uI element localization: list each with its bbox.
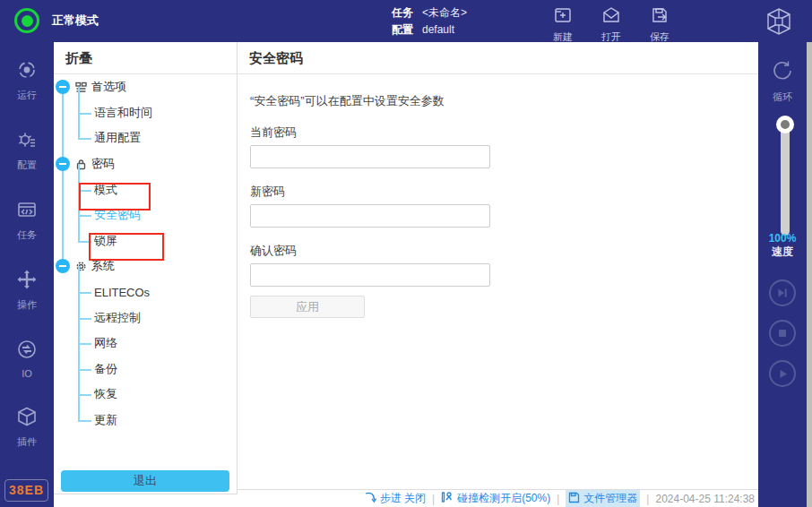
preferences-icon [75,82,87,93]
sidebar-item-plugin[interactable]: 插件 [15,405,39,449]
sidebar-item-label: 运行 [17,89,37,102]
speed-readout: 100% 速度 [758,232,807,259]
sidebar-item-label: 操作 [17,298,37,312]
tree-node-password[interactable]: 密码 [54,151,237,177]
tree-item-elitecos[interactable]: ELITECOs [54,279,237,305]
new-button[interactable]: 新建 [552,4,574,44]
new-file-icon [552,4,574,30]
open-file-icon [600,4,622,30]
tree-item-label: 模式 [94,182,117,198]
new-password-input[interactable] [250,204,490,228]
tree-item-label-selected: 安全密码 [94,207,141,223]
speed-slider-track[interactable] [781,121,790,236]
gear-icon [75,261,87,272]
loop-icon [770,58,795,87]
save-button[interactable]: 保存 [649,4,670,44]
move-arrows-icon [15,268,39,295]
sidebar-item-jog[interactable]: 操作 [15,268,39,312]
step-mode-label: 步进 关闭 [380,491,426,506]
cube-icon [15,405,39,432]
save-icon [649,4,670,30]
tree-item-label: 备份 [94,361,117,377]
tree-item-label: ELITECOs [94,286,150,299]
settings-tree-panel: 折叠 首选项 语言和时间 通用配置 密码 模式 [54,42,238,494]
tree-item-general-config[interactable]: 通用配置 [54,125,237,151]
right-sidebar: 循环 100% 速度 [758,42,807,507]
tree-item-backup[interactable]: 备份 [54,357,237,382]
tree-item-restore[interactable]: 恢复 [54,382,237,408]
open-button[interactable]: 打开 [600,4,622,44]
mode-label: 正常模式 [52,13,99,29]
top-bar: 正常模式 任务<未命名> 配置default 新建 打开 保存 [0,0,812,42]
tree-item-network[interactable]: 网络 [54,331,237,357]
current-password-label: 当前密码 [250,125,758,141]
robot-mode-indicator[interactable]: 正常模式 [14,8,99,33]
code-window-icon [15,198,39,225]
tree-item-remote-control[interactable]: 远程控制 [54,305,237,331]
sidebar-item-io[interactable]: IO [15,338,39,379]
tree-node-preferences[interactable]: 首选项 [54,74,237,100]
tree-item-update[interactable]: 更新 [54,408,237,434]
collapse-node-icon[interactable] [56,80,70,94]
current-password-input[interactable] [250,145,490,168]
page-title: 安全密码 [238,42,758,74]
stop-icon [777,328,788,339]
tree-connector-line [78,87,80,139]
tree-node-label: 密码 [91,156,115,172]
confirm-password-input[interactable] [250,263,490,287]
tree-node-system[interactable]: 系统 [54,254,237,279]
sidebar-item-task[interactable]: 任务 [15,198,39,242]
stop-button[interactable] [769,320,796,347]
collapse-node-icon[interactable] [56,157,70,171]
sidebar-item-config[interactable]: 配置 [15,128,39,172]
tree-item-mode[interactable]: 模式 [54,176,237,202]
step-mode-status[interactable]: 步进 关闭 [364,491,426,506]
step-mode-icon [364,491,376,506]
apply-button[interactable]: 应用 [250,296,365,318]
speed-slider-handle[interactable] [776,116,794,133]
loop-toggle[interactable]: 循环 [758,58,807,104]
config-value: default [422,21,454,39]
tree-item-lock-screen[interactable]: 锁屏 [54,228,237,254]
status-bar: 步进 关闭 | 碰撞检测开启(50%) | 文件管理器 | 2024-04-25… [238,489,758,507]
tree-item-label: 通用配置 [94,130,141,146]
task-label: 任务 [392,4,413,21]
task-config-info: 任务<未命名> 配置default [392,4,467,39]
left-sidebar: 运行 配置 任务 操作 IO 插件 38EB [0,42,54,507]
exit-button[interactable]: 退出 [61,470,229,492]
loop-label: 循环 [773,90,792,104]
tree-item-security-password[interactable]: 安全密码 [54,202,237,228]
security-password-description: “安全密码”可以在配置中设置安全参数 [250,93,758,109]
tree-connector-line [78,164,80,241]
sidebar-item-label: 插件 [17,435,37,449]
separator: | [557,493,559,505]
tree-node-label: 系统 [91,258,115,274]
tree-node-label: 首选项 [91,79,126,95]
task-value: <未命名> [422,4,467,21]
tree-item-label: 恢复 [94,386,117,402]
lock-icon [75,159,87,170]
settings-tree: 首选项 语言和时间 通用配置 密码 模式 安全密码 锁屏 [54,74,237,433]
confirm-password-label: 确认密码 [250,243,758,259]
play-button[interactable] [769,360,796,387]
tree-item-language-time[interactable]: 语言和时间 [54,100,237,126]
tree-connector-line [78,266,80,420]
collision-detection-status[interactable]: 碰撞检测开启(50%) [441,491,550,506]
speed-label: 速度 [758,245,807,259]
file-manager-button[interactable]: 文件管理器 [566,490,640,507]
sidebar-item-label: IO [22,368,32,379]
tree-item-label: 锁屏 [94,233,117,249]
file-manager-label: 文件管理器 [583,491,637,506]
system-timestamp: 2024-04-25 11:24:38 [655,493,755,505]
tree-panel-header[interactable]: 折叠 [54,42,237,74]
tree-item-label: 语言和时间 [94,105,152,121]
gear-list-icon [15,128,39,155]
step-forward-icon [776,287,789,299]
sidebar-item-run[interactable]: 运行 [15,58,39,102]
file-manager-icon [568,492,580,506]
sidebar-item-label: 配置 [17,159,37,172]
collapse-node-icon[interactable] [56,259,70,273]
collision-label: 碰撞检测开启(50%) [457,491,550,506]
brand-logo-icon [764,6,794,40]
step-forward-button[interactable] [769,279,796,306]
